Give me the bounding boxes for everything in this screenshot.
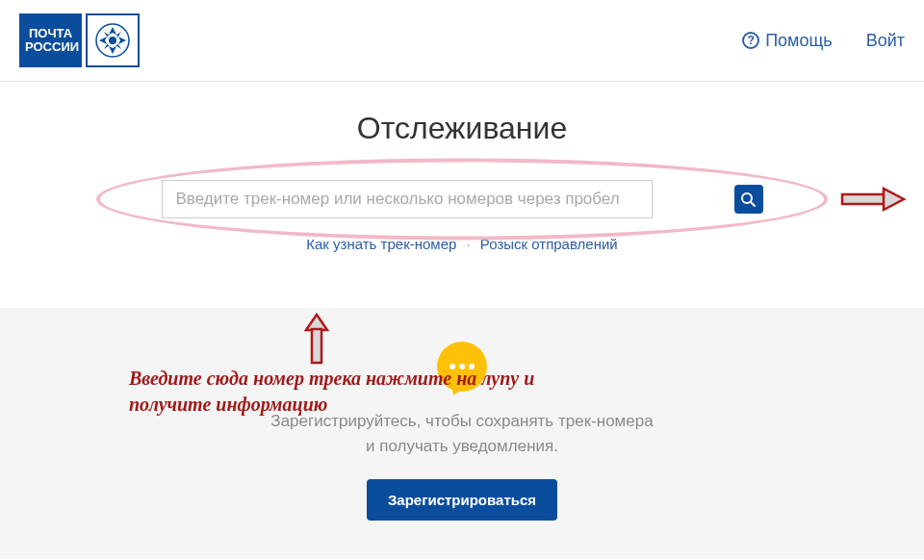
main-section: Отслеживание Как узнать трек-номер · Роз…: [0, 82, 924, 559]
search-wrapper: [162, 180, 763, 218]
header: ПОЧТА РОССИИ ? Помощь Войт: [0, 0, 924, 82]
annotation-text: Введите сюда номер трека нажмите на лупу…: [129, 366, 534, 418]
logo-line1: ПОЧТА: [25, 27, 76, 40]
svg-point-1: [109, 37, 116, 44]
logo-text: ПОЧТА РОССИИ: [19, 13, 82, 67]
how-to-find-track-link[interactable]: Как узнать трек-номер: [306, 236, 456, 252]
login-link[interactable]: Войт: [866, 31, 905, 51]
search-button[interactable]: [734, 185, 763, 214]
logo-line2: РОССИИ: [25, 40, 76, 54]
link-separator: ·: [467, 236, 471, 252]
help-label: Помощь: [765, 31, 833, 51]
register-button[interactable]: Зарегистрироваться: [367, 479, 557, 521]
logo-emblem-icon: [86, 13, 140, 67]
svg-line-3: [751, 202, 755, 206]
svg-rect-4: [842, 194, 886, 204]
track-number-input[interactable]: [162, 180, 653, 218]
register-promo-section: Зарегистрируйтесь, чтобы сохранять трек-…: [0, 308, 924, 559]
annotation-line2: получите информацию: [129, 392, 534, 418]
logo-group[interactable]: ПОЧТА РОССИИ: [19, 13, 140, 67]
help-link[interactable]: ? Помощь: [742, 31, 833, 51]
search-icon: [740, 191, 757, 208]
promo-line2: и получать уведомления.: [19, 434, 905, 459]
search-shipments-link[interactable]: Розыск отправлений: [480, 236, 618, 252]
sub-links: Как узнать трек-номер · Розыск отправлен…: [0, 236, 924, 252]
header-links: ? Помощь Войт: [742, 31, 905, 51]
annotation-arrow-right-icon: [840, 187, 908, 212]
annotation-line1: Введите сюда номер трека нажмите на лупу…: [129, 366, 534, 392]
search-row: [162, 180, 763, 218]
help-icon: ?: [742, 32, 759, 49]
page-title: Отслеживание: [0, 111, 924, 146]
